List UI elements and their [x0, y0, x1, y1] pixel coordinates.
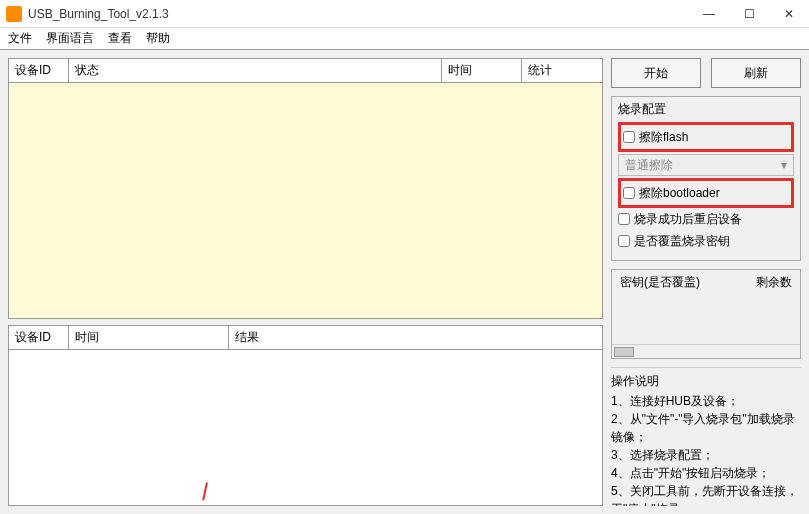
reboot-after-label: 烧录成功后重启设备: [634, 211, 742, 228]
overwrite-key-label: 是否覆盖烧录密钥: [634, 233, 730, 250]
reboot-after-checkbox[interactable]: [618, 213, 630, 225]
burn-config-group: 烧录配置 擦除flash 普通擦除 ▾ 擦除bootloader 烧录成功后重启: [611, 96, 801, 261]
col-device-id[interactable]: 设备ID: [9, 59, 69, 83]
instructions-title: 操作说明: [611, 372, 801, 390]
instructions-panel: 操作说明 1、连接好HUB及设备； 2、从"文件"-"导入烧录包"加载烧录镜像；…: [611, 367, 801, 506]
app-icon: [6, 6, 22, 22]
scrollbar-thumb[interactable]: [614, 347, 634, 357]
menu-view[interactable]: 查看: [108, 30, 132, 47]
key-box: 密钥(是否覆盖) 剩余数: [611, 269, 801, 359]
erase-flash-label: 擦除flash: [639, 129, 688, 146]
instruction-line: 4、点击"开始"按钮启动烧录；: [611, 464, 801, 482]
instruction-line: 5、关闭工具前，先断开设备连接，再"停止"烧录；: [611, 482, 801, 506]
instruction-line: 1、连接好HUB及设备；: [611, 392, 801, 410]
col-result-id[interactable]: 设备ID: [9, 326, 69, 350]
instruction-line: 3、选择烧录配置；: [611, 446, 801, 464]
menubar: 文件 界面语言 查看 帮助: [0, 28, 809, 50]
annotation-mark: [202, 482, 214, 501]
close-button[interactable]: ✕: [769, 0, 809, 28]
erase-bootloader-option[interactable]: 擦除bootloader: [623, 182, 789, 204]
device-table: 设备ID 状态 时间 统计: [8, 58, 603, 319]
titlebar: USB_Burning_Tool_v2.1.3 — ☐ ✕: [0, 0, 809, 28]
erase-mode-select[interactable]: 普通擦除 ▾: [618, 154, 794, 176]
refresh-button[interactable]: 刷新: [711, 58, 801, 88]
overwrite-key-option[interactable]: 是否覆盖烧录密钥: [618, 230, 794, 252]
instruction-line: 2、从"文件"-"导入烧录包"加载烧录镜像；: [611, 410, 801, 446]
col-stat[interactable]: 统计: [522, 59, 602, 83]
config-title: 烧录配置: [618, 101, 794, 118]
key-col-label: 密钥(是否覆盖): [620, 274, 700, 291]
col-status[interactable]: 状态: [69, 59, 442, 83]
menu-help[interactable]: 帮助: [146, 30, 170, 47]
erase-bootloader-checkbox[interactable]: [623, 187, 635, 199]
erase-bootloader-label: 擦除bootloader: [639, 185, 720, 202]
col-time[interactable]: 时间: [442, 59, 522, 83]
start-button[interactable]: 开始: [611, 58, 701, 88]
minimize-button[interactable]: —: [689, 0, 729, 28]
result-table: 设备ID 时间 结果: [8, 325, 603, 506]
reboot-after-option[interactable]: 烧录成功后重启设备: [618, 208, 794, 230]
key-col-remaining: 剩余数: [756, 274, 792, 291]
window-title: USB_Burning_Tool_v2.1.3: [28, 7, 689, 21]
erase-mode-value: 普通擦除: [625, 157, 673, 174]
col-result[interactable]: 结果: [229, 326, 602, 350]
key-scrollbar[interactable]: [612, 344, 800, 358]
overwrite-key-checkbox[interactable]: [618, 235, 630, 247]
menu-file[interactable]: 文件: [8, 30, 32, 47]
col-result-time[interactable]: 时间: [69, 326, 229, 350]
menu-language[interactable]: 界面语言: [46, 30, 94, 47]
device-table-body: [9, 83, 602, 318]
erase-flash-option[interactable]: 擦除flash: [623, 126, 789, 148]
result-table-body: [9, 350, 602, 505]
maximize-button[interactable]: ☐: [729, 0, 769, 28]
chevron-down-icon: ▾: [781, 158, 787, 172]
erase-flash-checkbox[interactable]: [623, 131, 635, 143]
